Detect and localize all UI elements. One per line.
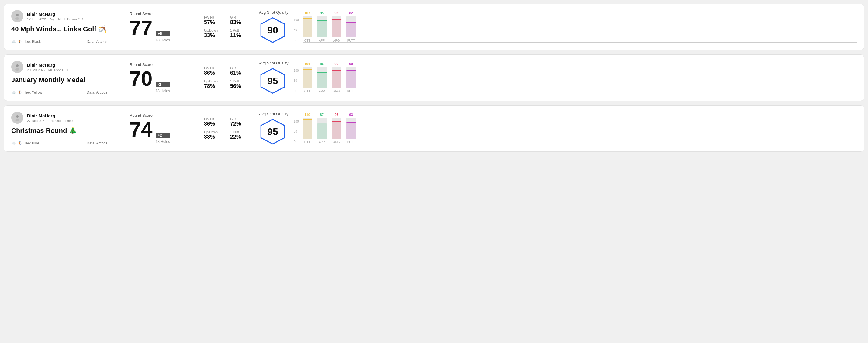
bottom-info: ☁️ 🏌️ Tee: Black Data: Arccos xyxy=(11,39,107,44)
score-row: 70 -2 18 Holes xyxy=(129,68,184,93)
bar-label-putt: PUTT xyxy=(347,39,355,42)
stat-oneputt: 1 Putt 56% xyxy=(230,80,249,89)
bar-label-app: APP xyxy=(319,141,325,144)
player-meta: 29 Jan 2022 · Mill Ride GCC xyxy=(27,68,69,72)
stat-updown: Up/Down 33% xyxy=(204,29,223,39)
bar-fill-bg xyxy=(332,122,341,139)
bar-label-ott: OTT xyxy=(304,39,310,42)
bar-bg-app xyxy=(317,118,327,139)
divider-mid xyxy=(191,10,192,44)
tee-info: ☁️ 🏌️ Tee: Black xyxy=(11,39,41,44)
fw-hit-label: FW Hit xyxy=(204,66,223,70)
bar-fill-bg xyxy=(303,120,312,139)
player-details: Blair McHarg 29 Jan 2022 · Mill Ride GCC xyxy=(27,62,69,72)
updown-label: Up/Down xyxy=(204,29,223,32)
bar-value-arg: 98 xyxy=(335,11,338,15)
bar-indicator-line xyxy=(332,70,341,71)
bar-value-app: 95 xyxy=(320,11,324,15)
bar-value-putt: 82 xyxy=(349,11,353,15)
gir-label: GIR xyxy=(230,15,249,19)
round-card-round3: Blair McHarg 27 Dec 2021 · The Oxfordshi… xyxy=(4,105,864,152)
bar-bg-ott xyxy=(303,118,312,139)
score-holes: 18 Holes xyxy=(156,139,170,144)
quality-section: Avg Shot Quality 95 100 50 0 xyxy=(254,61,857,95)
quality-hexagon: 90 xyxy=(259,17,286,44)
round-score-label: Round Score xyxy=(129,62,184,67)
quality-hexagon: 95 xyxy=(259,118,286,145)
avatar xyxy=(11,10,23,22)
oneputt-label: 1 Putt xyxy=(230,29,249,32)
svg-point-6 xyxy=(16,115,19,118)
hexagon-container: 90 xyxy=(259,17,286,44)
quality-section: Avg Shot Quality 90 100 50 0 xyxy=(254,10,857,44)
player-details: Blair McHarg 27 Dec 2021 · The Oxfordshi… xyxy=(27,113,73,123)
quality-score: 95 xyxy=(267,75,278,87)
bar-bg-arg xyxy=(332,16,341,37)
bar-group-app: 86 APP xyxy=(317,62,327,93)
bar-fill-bg xyxy=(317,73,327,88)
tee-label: Tee: Yellow xyxy=(24,90,42,95)
bar-group-putt: 99 PUTT xyxy=(346,62,356,93)
bar-indicator-line xyxy=(303,69,312,70)
bar-bg-putt xyxy=(346,67,356,88)
weather-icon: ☁️ xyxy=(11,90,16,95)
bar-indicator-line xyxy=(303,119,312,120)
player-info: Blair McHarg 12 Feb 2022 · Royal North D… xyxy=(11,10,107,22)
player-name: Blair McHarg xyxy=(27,62,69,67)
stats-grid: FW Hit 57% GIR 83% Up/Down 33% 1 Putt 11… xyxy=(204,15,249,39)
bar-fill-bg xyxy=(346,23,356,37)
bar-fill-bg xyxy=(303,19,312,37)
score-row: 77 +5 18 Holes xyxy=(129,17,184,42)
score-section: Round Score 70 -2 18 Holes xyxy=(129,61,184,95)
bar-fill-bg xyxy=(346,70,356,88)
gir-label: GIR xyxy=(230,66,249,70)
bag-icon: 🏌️ xyxy=(18,39,22,44)
bar-group-ott: 107 OTT xyxy=(303,11,312,42)
bar-fill-bg xyxy=(346,123,356,139)
quality-section: Avg Shot Quality 95 100 50 0 xyxy=(254,112,857,145)
stat-fw-hit: FW Hit 86% xyxy=(204,66,223,76)
player-meta: 12 Feb 2022 · Royal North Devon GC xyxy=(27,17,83,21)
player-details: Blair McHarg 12 Feb 2022 · Royal North D… xyxy=(27,11,83,21)
score-diff-badge: -2 xyxy=(156,82,170,87)
stat-updown: Up/Down 78% xyxy=(204,80,223,89)
stats-section: FW Hit 36% GIR 72% Up/Down 33% 1 Putt 22… xyxy=(199,112,254,145)
stat-gir: GIR 72% xyxy=(230,117,249,127)
fw-hit-value: 57% xyxy=(204,19,223,26)
updown-label: Up/Down xyxy=(204,130,223,134)
chart-baseline xyxy=(303,93,857,93)
data-source: Data: Arccos xyxy=(87,39,107,44)
player-info: Blair McHarg 29 Jan 2022 · Mill Ride GCC xyxy=(11,61,107,73)
quality-score: 95 xyxy=(267,126,278,137)
quality-content: Avg Shot Quality 95 100 50 0 xyxy=(259,61,857,95)
round-score-label: Round Score xyxy=(129,113,184,118)
bar-label-arg: ARG xyxy=(333,39,340,42)
oneputt-value: 56% xyxy=(230,83,249,89)
chart-y-axis: 100 50 0 xyxy=(294,18,299,42)
bar-label-app: APP xyxy=(319,39,325,42)
stats-section: FW Hit 57% GIR 83% Up/Down 33% 1 Putt 11… xyxy=(199,10,254,44)
stat-oneputt: 1 Putt 22% xyxy=(230,130,249,140)
stat-fw-hit: FW Hit 57% xyxy=(204,15,223,26)
bar-chart: 100 50 0 107 OTT 95 xyxy=(294,18,857,42)
gir-value: 83% xyxy=(230,19,249,26)
bottom-info: ☁️ 🏌️ Tee: Blue Data: Arccos xyxy=(11,141,107,145)
gir-value: 61% xyxy=(230,70,249,76)
gir-label: GIR xyxy=(230,117,249,121)
quality-score: 90 xyxy=(267,25,278,36)
avatar xyxy=(11,61,23,73)
bar-group-arg: 96 ARG xyxy=(332,62,341,93)
updown-value: 78% xyxy=(204,83,223,89)
score-section: Round Score 77 +5 18 Holes xyxy=(129,10,184,44)
player-name: Blair McHarg xyxy=(27,11,83,17)
score-number: 74 xyxy=(129,119,153,139)
updown-label: Up/Down xyxy=(204,80,223,83)
bar-fill-bg xyxy=(317,123,327,139)
bar-indicator-line xyxy=(317,123,327,123)
bar-group-ott: 101 OTT xyxy=(303,62,312,93)
avatar xyxy=(11,112,23,124)
bar-label-putt: PUTT xyxy=(347,141,355,144)
tee-info: ☁️ 🏌️ Tee: Yellow xyxy=(11,90,42,95)
bar-group-putt: 82 PUTT xyxy=(346,11,356,42)
bar-indicator-line xyxy=(346,22,356,23)
